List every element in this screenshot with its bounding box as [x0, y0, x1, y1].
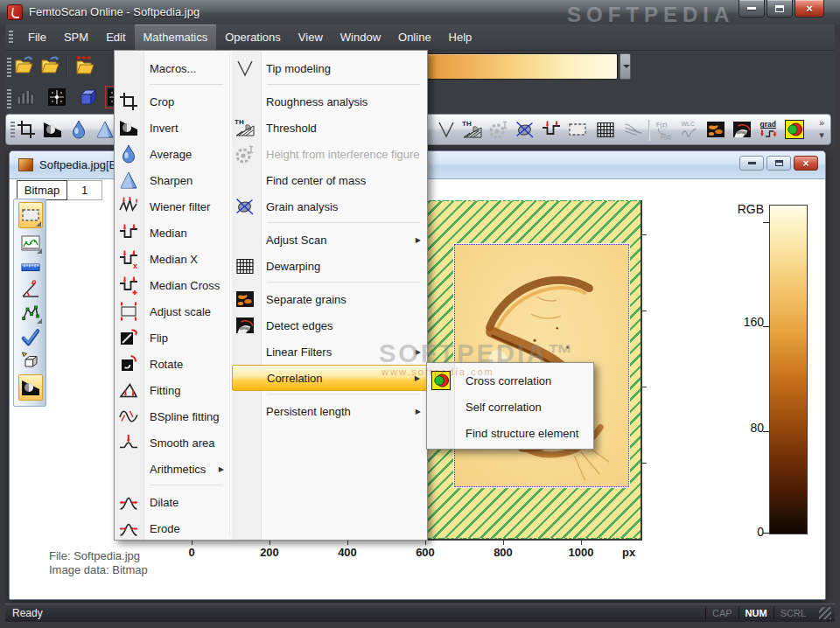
menu-item-fitting[interactable]: Fitting [115, 377, 230, 403]
apply-button[interactable] [18, 326, 43, 349]
menu-operations[interactable]: Operations [216, 24, 290, 50]
menu-file[interactable]: File [19, 24, 55, 50]
ruler-button[interactable] [18, 255, 43, 278]
doc-close-button[interactable]: × [794, 156, 818, 171]
menu-online[interactable]: Online [389, 24, 440, 50]
select-region-button[interactable] [18, 202, 43, 228]
profile-section-button[interactable] [18, 232, 43, 255]
x-tick [425, 541, 426, 545]
menu-view[interactable]: View [290, 24, 332, 50]
menu-item-height-from-interference[interactable]: Height from interference figure [232, 141, 427, 167]
menu-item-correlation[interactable]: Correlation▶ [232, 365, 427, 391]
median-select-button[interactable] [566, 118, 589, 141]
menu-mathematics[interactable]: Mathematics [135, 24, 217, 50]
doc-minimize-button[interactable] [739, 156, 764, 171]
menu-item-tip-modeling[interactable]: Tip modeling [232, 55, 427, 81]
menu-item-median-cross[interactable]: Median Cross [115, 272, 230, 298]
menu-item-adjust-scale[interactable]: Adjust scale [115, 298, 230, 324]
import-file-button[interactable] [74, 54, 96, 77]
invert-button[interactable] [41, 118, 64, 141]
resize-grip[interactable] [819, 607, 831, 619]
threshold-button[interactable] [461, 118, 484, 141]
close-button[interactable]: × [794, 0, 824, 17]
menu-item-dewarping[interactable]: Dewarping [232, 253, 427, 279]
status-message: Ready [12, 607, 43, 619]
minimize-button[interactable] [738, 0, 765, 17]
tab-1[interactable]: 1 [67, 180, 102, 200]
menu-item-bspline-fitting[interactable]: BSpline fitting [115, 403, 230, 429]
menu-item-dilate[interactable]: Dilate [115, 489, 230, 515]
invert-icon [118, 117, 139, 138]
separate-grains-button[interactable] [704, 118, 727, 141]
f-z-button[interactable] [652, 118, 675, 141]
toolbar2-grip[interactable] [7, 89, 11, 108]
menu-item-median-x[interactable]: Median X [115, 246, 230, 272]
palette-options-button[interactable] [620, 53, 631, 80]
menu-item-average[interactable]: Average [115, 141, 230, 167]
menu-item-adjust-scan[interactable]: Adjust Scan▶ [232, 227, 427, 253]
menu-item-rotate[interactable]: Rotate [115, 351, 230, 377]
toolbar-overflow-button[interactable]: »▾ [816, 116, 827, 141]
doc-restore-button[interactable] [766, 156, 791, 171]
histogram-button[interactable] [14, 86, 37, 108]
menu-item-arithmetics[interactable]: Arithmetics▶ [115, 456, 230, 482]
average-button[interactable] [67, 118, 90, 141]
angle-measure-button[interactable] [18, 278, 43, 301]
structure-element-button[interactable] [18, 349, 43, 372]
minimize-icon [747, 7, 756, 10]
tip-modeling-button[interactable] [435, 118, 458, 141]
menu-item-sharpen[interactable]: Sharpen [115, 167, 230, 193]
menu-item-threshold[interactable]: Threshold [232, 115, 427, 141]
fft-filter-button[interactable] [46, 86, 68, 108]
menu-item-wiener-filter[interactable]: Wiener filter [115, 193, 230, 220]
open-file-alt-button[interactable] [38, 54, 61, 77]
close-icon: × [802, 158, 808, 169]
submenu-arrow-icon: ▶ [416, 348, 421, 356]
menu-window[interactable]: Window [332, 24, 389, 50]
menu-separator [115, 81, 230, 88]
crop-button[interactable] [15, 118, 38, 141]
menu-item-self-correlation[interactable]: Self correlation [427, 394, 593, 420]
menubar-grip[interactable] [9, 31, 13, 45]
menu-item-smooth-area[interactable]: Smooth area [115, 429, 230, 456]
height-interference-button[interactable] [487, 118, 510, 141]
force-curves-button[interactable] [622, 118, 645, 141]
polyline-button[interactable] [18, 302, 43, 324]
status-bar: Ready CAP NUM SCRL [5, 604, 835, 622]
menu-item-crop[interactable]: Crop [115, 88, 230, 115]
surface-3d-button[interactable] [77, 86, 100, 108]
menu-item-cross-correlation[interactable]: Cross correlation [427, 367, 593, 394]
menu-item-detect-edges[interactable]: Detect edges [232, 312, 427, 338]
menu-help[interactable]: Help [440, 24, 481, 50]
toolbar1-grip[interactable] [7, 58, 11, 77]
menu-item-roughness-analysis[interactable]: Roughness analysis [232, 88, 427, 115]
wlc-button[interactable] [678, 118, 701, 141]
detect-edges-button[interactable] [731, 118, 753, 141]
menu-item-find-center-of-mass[interactable]: Find center of mass [232, 167, 427, 193]
menu-item-macros[interactable]: Macros... [115, 55, 230, 81]
menu-item-erode[interactable]: Erode [115, 515, 230, 541]
menu-edit[interactable]: Edit [97, 24, 134, 50]
restore-button[interactable] [766, 0, 793, 17]
grain-analysis-button[interactable] [514, 118, 536, 141]
menu-item-find-structure-element[interactable]: Find structure element [427, 420, 593, 446]
colorbar-title: RGB [732, 202, 764, 216]
dewarping-button[interactable] [594, 118, 617, 141]
tab-bitmap[interactable]: Bitmap [17, 180, 67, 200]
menu-item-linear-filters[interactable]: Linear Filters▶ [232, 338, 427, 365]
colorbar-tick-label: 80 [732, 421, 764, 435]
erode-icon [118, 518, 139, 539]
menu-spm[interactable]: SPM [55, 24, 97, 50]
correlation-button[interactable] [783, 118, 806, 141]
menu-item-invert[interactable]: Invert [115, 115, 230, 141]
menu-item-separate-grains[interactable]: Separate grains [232, 286, 427, 312]
title-bar[interactable]: FemtoScan Online - Softpedia.jpg × [0, 0, 840, 24]
menu-item-median[interactable]: Median [115, 220, 230, 246]
open-file-button[interactable] [12, 54, 35, 77]
menu-item-flip[interactable]: Flip [115, 324, 230, 351]
gradient-button[interactable] [757, 118, 780, 141]
invert-tool-button[interactable] [18, 374, 43, 401]
median-button[interactable] [540, 118, 563, 141]
menu-item-grain-analysis[interactable]: Grain analysis [232, 193, 427, 220]
menu-item-persistent-length[interactable]: Persistent length▶ [232, 398, 427, 424]
